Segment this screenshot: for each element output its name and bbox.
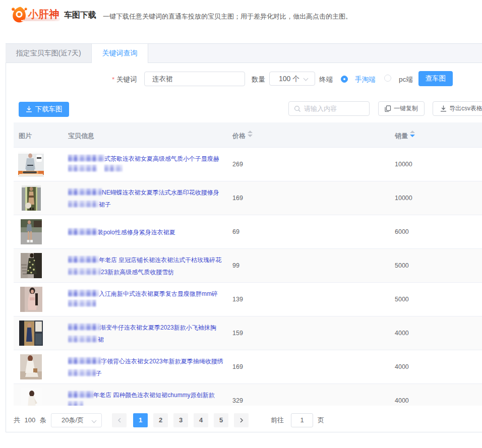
svg-text:小肝神: 小肝神 (28, 8, 59, 20)
